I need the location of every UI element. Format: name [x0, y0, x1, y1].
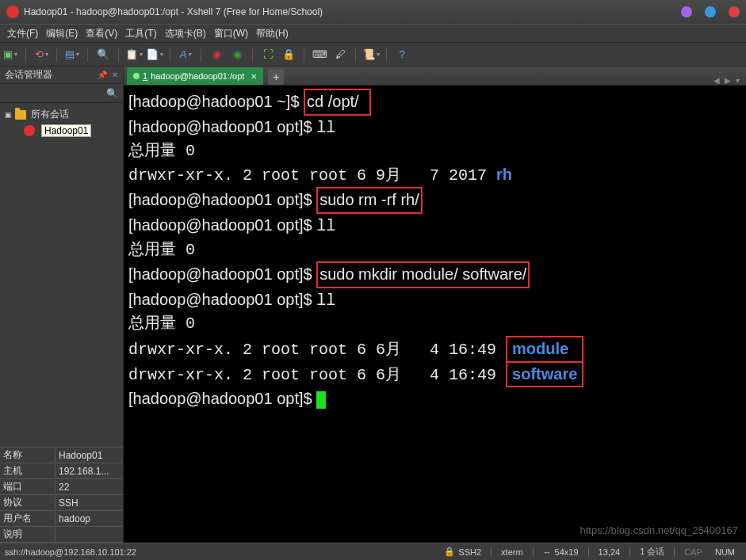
menu-window[interactable]: 窗口(W)	[210, 27, 252, 40]
session-sidebar: 会话管理器 📌 ✕ 🔍 ▣ 所有会话 Hadoop01 名称Hadoop01主机…	[0, 67, 124, 543]
status-proto: SSH2	[458, 547, 481, 557]
session-properties: 名称Hadoop01主机192.168.1...端口22协议SSH用户名hado…	[0, 447, 123, 543]
session-item-hadoop01[interactable]: Hadoop01	[0, 123, 123, 139]
minimize-button[interactable]	[681, 6, 692, 17]
keyboard-button[interactable]: ⌨	[312, 48, 327, 62]
sidebar-header: 会话管理器 📌 ✕	[0, 67, 123, 84]
prop-key: 主机	[0, 464, 55, 478]
new-session-button[interactable]: ▣	[3, 48, 17, 62]
session-label: Hadoop01	[41, 124, 91, 137]
prop-row: 端口22	[0, 479, 123, 495]
status-size: 54x19	[555, 547, 579, 557]
sidebar-search-row: 🔍	[0, 84, 123, 103]
close-button[interactable]	[729, 6, 740, 17]
highlight-button[interactable]: 🖊	[333, 48, 347, 62]
xftp-button[interactable]: ◉	[230, 48, 244, 62]
status-sessions: 1 会话	[640, 546, 664, 558]
session-icon	[24, 125, 35, 136]
menu-tab[interactable]: 选项卡(B)	[161, 27, 210, 40]
status-connection: ssh://hadoop@192.168.10.101:22	[5, 547, 438, 557]
tab-index: 1	[143, 71, 147, 81]
prop-value: 192.168.1...	[55, 466, 123, 477]
prop-value: Hadoop01	[55, 450, 123, 461]
prop-value: SSH	[55, 497, 123, 509]
collapse-icon[interactable]: ▣	[5, 111, 12, 119]
prop-row: 名称Hadoop01	[0, 448, 123, 463]
prop-key: 协议	[0, 496, 55, 509]
menu-view[interactable]: 查看(V)	[82, 27, 121, 40]
tree-root[interactable]: ▣ 所有会话	[0, 106, 123, 123]
lock-icon: 🔒	[444, 547, 455, 557]
sidebar-close-button[interactable]: ✕	[112, 70, 118, 79]
status-bar: ssh://hadoop@192.168.10.101:22 🔒SSH2 xte…	[0, 543, 746, 560]
font-button[interactable]: A	[178, 48, 193, 62]
tab-add-button[interactable]: +	[268, 69, 284, 85]
reconnect-button[interactable]: ⟲	[34, 48, 48, 62]
prop-key: 用户名	[0, 512, 55, 525]
prop-row: 说明	[0, 527, 123, 543]
prop-row: 主机192.168.1...	[0, 463, 123, 479]
status-pos: 13,24	[599, 547, 621, 557]
prop-key: 端口	[0, 480, 55, 493]
terminal[interactable]: [hadoop@hadoop01 ~]$ cd /opt/ [hadoop@ha…	[124, 86, 746, 543]
find-button[interactable]: 🔍	[96, 48, 110, 62]
folder-icon	[15, 110, 26, 120]
tab-prev-icon[interactable]: ◀	[713, 76, 720, 85]
tab-bar: 1 hadoop@hadoop01:/opt ✕ + ◀ ▶ ▾	[124, 67, 746, 86]
fullscreen-button[interactable]: ⛶	[261, 48, 275, 62]
resize-icon: ↔	[543, 547, 552, 557]
tab-session[interactable]: 1 hadoop@hadoop01:/opt ✕	[127, 67, 263, 85]
maximize-button[interactable]	[705, 6, 716, 17]
menu-help[interactable]: 帮助(H)	[252, 27, 293, 40]
menu-file[interactable]: 文件(F)	[3, 27, 42, 40]
search-icon[interactable]: 🔍	[106, 88, 118, 99]
copy-button[interactable]: 📋	[127, 48, 141, 62]
tab-close-button[interactable]: ✕	[251, 72, 257, 81]
tab-status-icon	[133, 73, 140, 79]
tab-menu-icon[interactable]: ▾	[736, 76, 740, 85]
prop-key: 说明	[0, 528, 55, 541]
menu-tools[interactable]: 工具(T)	[121, 27, 160, 40]
prop-row: 协议SSH	[0, 495, 123, 511]
tab-next-icon[interactable]: ▶	[725, 76, 731, 85]
status-num: NUM	[715, 547, 735, 557]
status-cap: CAP	[684, 547, 702, 557]
tree-root-label: 所有会话	[31, 108, 69, 121]
help-button[interactable]: ?	[395, 48, 409, 62]
sessions-button[interactable]: ▤	[65, 48, 79, 62]
menu-bar: 文件(F) 编辑(E) 查看(V) 工具(T) 选项卡(B) 窗口(W) 帮助(…	[0, 24, 746, 43]
prop-value: hadoop	[55, 513, 123, 524]
menu-edit[interactable]: 编辑(E)	[42, 27, 82, 40]
window-title: Hadoop01 - hadoop@hadoop01:/opt - Xshell…	[24, 6, 323, 17]
watermark: https://blog.csdn.net/qq_25400167	[580, 524, 739, 536]
prop-value: 22	[55, 482, 123, 493]
prop-key: 名称	[0, 448, 55, 462]
sidebar-title: 会话管理器	[5, 68, 93, 82]
cursor	[316, 391, 326, 409]
lock-button[interactable]: 🔒	[281, 48, 296, 62]
status-termtype: xterm	[501, 547, 523, 557]
prop-row: 用户名hadoop	[0, 511, 123, 527]
pin-icon[interactable]: 📌	[98, 70, 107, 79]
app-logo-icon	[6, 6, 19, 18]
session-tree: ▣ 所有会话 Hadoop01	[0, 103, 123, 447]
title-bar: Hadoop01 - hadoop@hadoop01:/opt - Xshell…	[0, 0, 746, 24]
script-button[interactable]: 📜	[364, 48, 378, 62]
tab-label: hadoop@hadoop01:/opt	[151, 71, 244, 81]
xshell-button[interactable]: ◉	[209, 48, 224, 62]
paste-button[interactable]: 📄	[147, 48, 162, 62]
toolbar: ▣ ⟲ ▤ 🔍 📋 📄 A ◉ ◉ ⛶ 🔒 ⌨ 🖊 📜 ?	[0, 43, 746, 67]
